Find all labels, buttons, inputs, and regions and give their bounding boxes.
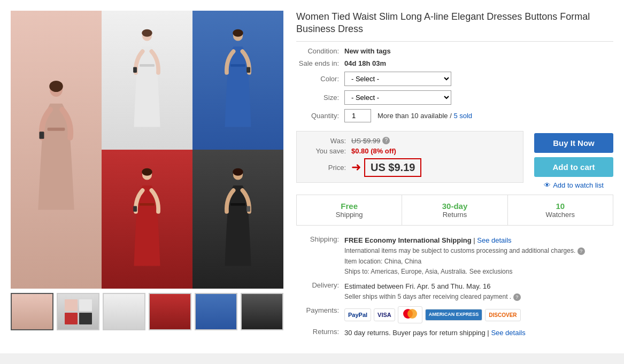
- savings-label: You save:: [303, 147, 351, 155]
- shipping-note: International items may be subject to cu…: [344, 247, 575, 254]
- dress-red: [102, 150, 192, 289]
- thumbnail-strip: [11, 293, 283, 330]
- svg-rect-11: [246, 67, 250, 73]
- paypal-icon: PayPal: [344, 308, 371, 322]
- color-label: Color:: [296, 75, 344, 83]
- watchlist-link[interactable]: 👁 Add to watch list: [544, 181, 604, 189]
- svg-point-9: [233, 29, 243, 37]
- dress-pink: [11, 11, 102, 289]
- strip-watchers: 10 Watchers: [508, 195, 613, 225]
- product-title: Women Tied Waist Slim Long A-line Elegan…: [296, 11, 613, 42]
- strip-shipping: Free Shipping: [297, 195, 402, 225]
- svg-point-25: [407, 309, 417, 319]
- svg-rect-3: [40, 131, 44, 139]
- size-label: Size:: [296, 94, 344, 102]
- shipping-see-link[interactable]: See details: [477, 236, 511, 244]
- quantity-label: Quantity:: [296, 112, 344, 120]
- returns-value: 30 day returns. Buyer pays for return sh…: [344, 328, 613, 338]
- svg-point-1: [49, 81, 63, 92]
- pricing-section: Was: US $9.99 ? You save: $0.80 (8% off)…: [296, 131, 523, 183]
- sold-link[interactable]: 5 sold: [453, 112, 472, 120]
- size-row: Size: - Select - S M L XL XXL: [296, 90, 613, 105]
- condition-label: Condition:: [296, 47, 344, 55]
- color-row: Color: - Select - Pink White Blue Red Bl…: [296, 72, 613, 86]
- returns-row: Returns: 30 day returns. Buyer pays for …: [296, 328, 613, 338]
- shipping-label: Shipping:: [296, 235, 344, 277]
- svg-rect-19: [246, 206, 250, 212]
- savings-row: You save: $0.80 (8% off): [303, 147, 517, 155]
- delivery-label: Delivery:: [296, 281, 344, 302]
- was-row: Was: US $9.99 ?: [303, 137, 517, 145]
- visa-icon: VISA: [374, 308, 395, 322]
- amex-icon: AMERICAN EXPRESS: [425, 309, 483, 321]
- shipping-exclusions-link[interactable]: See exclusions: [469, 268, 513, 275]
- discover-icon: DISCOVER: [485, 309, 520, 321]
- svg-rect-6: [140, 64, 155, 67]
- shipping-row: Shipping: FREE Economy International Shi…: [296, 235, 613, 277]
- svg-rect-7: [133, 67, 137, 73]
- shipping-section: Shipping: FREE Economy International Shi…: [296, 235, 613, 343]
- condition-row: Condition: New with tags: [296, 47, 613, 55]
- svg-rect-22: [65, 313, 78, 324]
- payments-value: PayPal VISA AMERICAN EXPRESS DISCOVER: [344, 306, 613, 324]
- svg-rect-14: [140, 203, 155, 206]
- strip-shipping-main: Free: [301, 202, 397, 211]
- strip-returns: 30-day Returns: [402, 195, 507, 225]
- was-price: US $9.99: [351, 137, 380, 145]
- product-details: Women Tied Waist Slim Long A-line Elegan…: [296, 11, 613, 343]
- buy-now-button[interactable]: Buy It Now: [534, 133, 613, 153]
- shipping-ships: Ships to: Americas, Europe, Asia, Austra…: [344, 268, 467, 275]
- svg-rect-21: [79, 299, 92, 311]
- svg-rect-10: [230, 64, 245, 67]
- thumbnail-5[interactable]: [195, 293, 237, 330]
- price-label: Price:: [303, 164, 351, 172]
- returns-see-link[interactable]: See details: [491, 329, 525, 337]
- svg-point-5: [142, 29, 152, 37]
- info-strip: Free Shipping 30-day Returns 10 Watchers: [296, 195, 613, 226]
- svg-rect-23: [79, 313, 92, 324]
- sale-row: Sale ends in: 04d 18h 03m: [296, 59, 613, 67]
- strip-returns-main: 30-day: [406, 202, 503, 211]
- dress-blue: [192, 11, 283, 150]
- condition-value: New with tags: [344, 47, 391, 55]
- main-product-image[interactable]: [11, 11, 283, 289]
- quantity-input[interactable]: [344, 109, 371, 122]
- pricing-area: Was: US $9.99 ? You save: $0.80 (8% off)…: [296, 127, 523, 187]
- was-label: Was:: [303, 137, 351, 145]
- price-info-icon[interactable]: ?: [382, 137, 390, 144]
- svg-point-17: [233, 168, 243, 176]
- strip-returns-sub: Returns: [406, 211, 503, 219]
- shipping-info-icon[interactable]: ?: [577, 247, 585, 255]
- svg-rect-18: [230, 203, 245, 206]
- shipping-location: Item location: China, China: [344, 258, 421, 265]
- size-select[interactable]: - Select - S M L XL XXL: [344, 90, 451, 105]
- thumbnail-3[interactable]: [103, 293, 145, 330]
- svg-rect-2: [48, 128, 65, 131]
- thumbnail-4[interactable]: [149, 293, 191, 330]
- payments-row: Payments: PayPal VISA AMERICAN EXPRESS D…: [296, 306, 613, 324]
- mastercard-icon: [398, 306, 422, 324]
- svg-rect-15: [133, 206, 137, 212]
- current-price: US $9.19: [364, 158, 421, 177]
- strip-watchers-main: 10: [512, 202, 608, 211]
- dress-black: [192, 150, 283, 289]
- thumbnail-1[interactable]: [11, 293, 53, 330]
- action-buttons: Buy It Now Add to cart 👁 Add to watch li…: [523, 127, 613, 189]
- thumbnail-6[interactable]: [241, 293, 283, 330]
- color-select[interactable]: - Select - Pink White Blue Red Black: [344, 72, 451, 86]
- add-to-cart-button[interactable]: Add to cart: [534, 157, 613, 177]
- price-row: Price: ➜ US $9.19: [303, 158, 517, 177]
- strip-shipping-sub: Shipping: [301, 211, 397, 219]
- dress-white: [102, 11, 192, 150]
- delivery-note: Seller ships within 5 days after receivi…: [344, 293, 511, 300]
- eye-icon: 👁: [544, 181, 551, 189]
- payments-label: Payments:: [296, 306, 344, 324]
- thumbnail-2[interactable]: [57, 293, 99, 330]
- delivery-row: Delivery: Estimated between Fri. Apr. 5 …: [296, 281, 613, 302]
- savings-value: $0.80 (8% off): [351, 147, 396, 155]
- payment-icons: PayPal VISA AMERICAN EXPRESS DISCOVER: [344, 306, 613, 324]
- delivery-info-icon[interactable]: ?: [513, 293, 521, 301]
- returns-label: Returns:: [296, 328, 344, 338]
- shipping-value: FREE Economy International Shipping | Se…: [344, 235, 613, 277]
- image-gallery: [11, 11, 283, 343]
